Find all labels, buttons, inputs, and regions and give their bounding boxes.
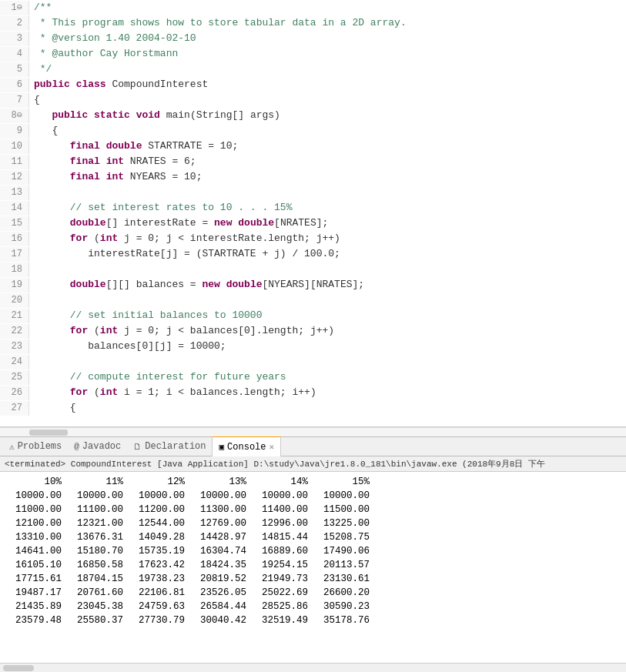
bottom-scrollbar[interactable] [0, 663, 626, 672]
code-line: 19 double[][] balances = new double[NYEA… [0, 277, 626, 293]
line-number: 1⊖ [0, 1, 29, 15]
token-plain: [NRATES]; [274, 217, 328, 229]
console-cell: 12321.00 [68, 517, 129, 530]
token-plain [34, 202, 70, 213]
token-plain [88, 109, 94, 121]
token-plain [220, 279, 226, 290]
console-cell: 21949.73 [253, 572, 314, 586]
console-close[interactable]: ✕ [269, 442, 275, 452]
console-cell: 26584.44 [191, 600, 253, 613]
console-cell: 30040.42 [191, 613, 253, 627]
line-number: 18 [0, 262, 29, 277]
line-number: 16 [0, 232, 29, 246]
line-content: for (int j = 0; j < balances[0].length; … [29, 323, 334, 338]
token-plain: { [34, 94, 40, 105]
console-data-row: 13310.0013676.3114049.2814428.9714815.44… [6, 530, 620, 544]
console-col-header: 12% [129, 475, 191, 489]
code-scrollbar[interactable] [0, 427, 626, 436]
line-content: * @version 1.40 2004-02-10 [29, 31, 196, 45]
code-line: 18 [0, 262, 626, 277]
console-cell: 21435.89 [6, 600, 68, 613]
tab-console-label: Console [227, 442, 266, 453]
console-data-rows: 10000.0010000.0010000.0010000.0010000.00… [6, 489, 620, 627]
line-content: // set initial balances to 10000 [29, 308, 262, 323]
token-plain [34, 109, 52, 121]
console-cell: 20819.52 [191, 572, 253, 586]
console-cell: 18704.15 [68, 572, 129, 586]
token-plain [130, 109, 136, 121]
line-content: { [29, 92, 40, 107]
line-content: public class CompoundInterest [29, 77, 208, 92]
line-content [29, 293, 40, 307]
line-number: 13 [0, 186, 29, 200]
token-plain [34, 140, 70, 152]
line-number: 3 [0, 32, 29, 46]
line-number: 25 [0, 370, 29, 385]
token-kw: public [52, 109, 88, 121]
code-line: 27 { [0, 400, 626, 416]
console-area: <terminated> CompoundInterest [Java Appl… [0, 456, 626, 663]
token-plain: balances[0][j] = 10000; [34, 340, 226, 352]
token-kw: double [238, 217, 274, 229]
console-cell: 17490.06 [314, 544, 376, 558]
code-editor: 1⊖/**2 * This program shows how to store… [0, 0, 626, 427]
console-cell: 23526.05 [191, 586, 253, 600]
line-number: 12 [0, 170, 29, 185]
line-content: * This program shows how to store tabula… [29, 15, 407, 30]
console-cell: 15208.75 [314, 530, 376, 544]
line-number: 22 [0, 324, 29, 339]
line-number: 20 [0, 293, 29, 308]
tab-problems[interactable]: ⚠ Problems [3, 436, 68, 456]
console-cell: 16889.60 [253, 544, 314, 558]
code-line: 4 * @author Cay Horstmann [0, 46, 626, 62]
console-cell: 26600.20 [314, 586, 376, 600]
code-line: 13 [0, 185, 626, 200]
token-kw: new [214, 217, 232, 229]
console-data-row: 21435.8923045.3824759.6326584.4428525.86… [6, 600, 620, 613]
console-cell: 11200.00 [129, 503, 191, 517]
console-header: <terminated> CompoundInterest [Java Appl… [0, 456, 626, 472]
token-plain [100, 155, 106, 167]
token-plain [34, 171, 70, 182]
line-content: // set interest rates to 10 . . . 15% [29, 200, 292, 215]
token-plain [34, 386, 70, 398]
console-cell: 10000.00 [129, 489, 191, 503]
declaration-icon: 🗋 [133, 442, 142, 452]
code-line: 22 for (int j = 0; j < balances[0].lengt… [0, 323, 626, 339]
token-plain [70, 79, 76, 90]
code-line: 5 */ [0, 62, 626, 77]
bottom-tabs: ⚠ Problems @ Javadoc 🗋 Declaration ▣ Con… [0, 436, 626, 456]
token-plain: j = 0; j < balances[0].length; j++) [118, 325, 334, 336]
line-number: 27 [0, 401, 29, 416]
console-data-row: 19487.1720761.6022106.8123526.0525022.69… [6, 586, 620, 600]
tab-console[interactable]: ▣ Console ✕ [212, 436, 281, 456]
console-cell: 10000.00 [191, 489, 253, 503]
line-content: // compute interest for future years [29, 369, 286, 384]
token-plain: [NYEARS][NRATES]; [262, 279, 364, 290]
code-line: 24 [0, 354, 626, 369]
code-scroll-thumb[interactable] [29, 430, 68, 436]
token-plain: CompoundInterest [106, 79, 209, 90]
line-content: final double STARTRATE = 10; [29, 139, 238, 153]
console-cell: 25022.69 [253, 586, 314, 600]
console-cell: 12996.00 [253, 517, 314, 530]
console-cell: 32519.49 [253, 613, 314, 627]
token-plain: NRATES = 6; [124, 155, 196, 167]
code-line: 14 // set interest rates to 10 . . . 15% [0, 200, 626, 216]
console-cell: 11100.00 [68, 503, 129, 517]
console-cell: 23045.38 [68, 600, 129, 613]
token-kw: double [70, 217, 106, 229]
bottom-scroll-thumb[interactable] [3, 665, 34, 671]
token-plain [34, 155, 70, 167]
token-plain [34, 217, 70, 229]
token-plain [100, 140, 106, 152]
console-cell: 10000.00 [6, 489, 68, 503]
line-number: 2 [0, 16, 29, 31]
console-cell: 20761.60 [68, 586, 129, 600]
console-cell: 23130.61 [314, 572, 376, 586]
code-line: 7{ [0, 92, 626, 108]
console-cell: 16304.74 [191, 544, 253, 558]
tab-declaration[interactable]: 🗋 Declaration [127, 436, 212, 456]
tab-javadoc[interactable]: @ Javadoc [68, 436, 127, 456]
code-line: 3 * @version 1.40 2004-02-10 [0, 31, 626, 46]
